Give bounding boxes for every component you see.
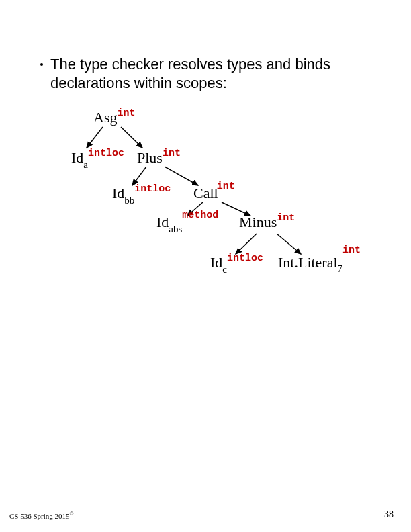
node-intliteral-sup: int [342, 245, 361, 256]
node-id-a-sub: a [83, 159, 88, 170]
node-id-abs-sup: method [182, 210, 218, 221]
node-intliteral: Int.Literal7 [278, 254, 342, 273]
ast-diagram: Asgint Idaintloc Plusint Idbbintloc Call… [0, 0, 411, 532]
node-id-a: Idaintloc [71, 149, 124, 169]
node-plus: Plusint [137, 149, 181, 167]
node-id-abs: Idabsmethod [156, 214, 218, 234]
node-call-sup: int [217, 181, 235, 192]
node-intliteral-anno: int [342, 239, 361, 257]
svg-line-1 [121, 127, 142, 148]
node-id-c: Idcintloc [210, 254, 263, 274]
node-plus-sup: int [163, 148, 181, 159]
node-id-bb-sup: intloc [134, 183, 171, 195]
node-minus: Minusint [239, 214, 295, 231]
node-id-a-sup: intloc [88, 148, 124, 159]
node-id-bb-sub: bb [124, 195, 134, 206]
footer-left: CS 536 Spring 2015© [9, 511, 74, 520]
svg-line-2 [132, 167, 146, 185]
node-asg: Asgint [93, 109, 135, 126]
node-id-bb: Idbbintloc [112, 185, 171, 205]
node-minus-base: Minus [239, 214, 277, 230]
node-id-c-sup: intloc [227, 253, 263, 264]
tree-arrows [0, 0, 411, 532]
node-intliteral-base: Int.Literal [278, 254, 338, 271]
node-call: Callint [193, 185, 236, 202]
node-plus-base: Plus [137, 149, 163, 166]
node-id-c-base: Id [210, 254, 222, 271]
node-call-base: Call [193, 185, 218, 202]
footer-copyright: © [70, 511, 74, 517]
footer-course: CS 536 Spring 2015 [9, 512, 70, 520]
svg-line-3 [165, 167, 198, 185]
node-id-abs-base: Id [156, 214, 169, 230]
node-intliteral-sub: 7 [338, 263, 343, 274]
node-id-bb-base: Id [112, 185, 124, 202]
node-minus-sup: int [277, 212, 295, 224]
footer-page-number: 38 [384, 509, 394, 520]
node-id-a-base: Id [71, 149, 83, 166]
node-asg-base: Asg [93, 109, 117, 126]
svg-line-0 [87, 127, 103, 148]
node-id-abs-sub: abs [169, 224, 182, 234]
svg-line-6 [236, 234, 257, 254]
svg-line-7 [277, 234, 301, 254]
node-id-c-sub: c [222, 264, 227, 275]
node-asg-sup: int [117, 107, 135, 119]
